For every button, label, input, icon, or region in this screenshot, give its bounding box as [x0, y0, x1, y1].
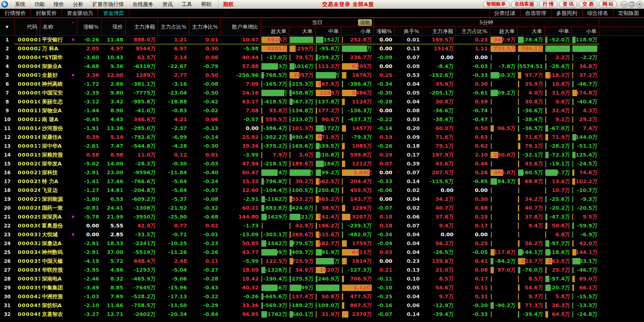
subheader-day-中单[interactable]: 中单	[315, 27, 342, 36]
subheader-day-大单[interactable]: 大单	[289, 27, 315, 36]
tool-item[interactable]: 分类过滤	[489, 9, 520, 17]
table-row[interactable]: 7000009中国宝安-2.399.80-7775万-23.04-0.5024.…	[0, 89, 644, 97]
bar-value: 79.1万	[525, 142, 543, 151]
minimize-button[interactable]: —	[621, 1, 627, 8]
table-row[interactable]: 27000036华联控股-3.954.86-1293万-5.04-0.2718.…	[0, 266, 644, 275]
table-row[interactable]: 9000011深物业A-1.448.90-41.0万-0.83-0.027.08…	[0, 106, 644, 115]
table-row[interactable]: 29000039中集集团-3.498.85-7645万-15.96-0.4340…	[0, 283, 644, 292]
table-row[interactable]: 19000027深圳能源-1.806.53-609.2万-5.37-0.08-2…	[0, 195, 644, 204]
table-row[interactable]: 5000007全新好3.3612.001289万2.770.50-256.96-…	[0, 71, 644, 80]
menu-item[interactable]: 功能	[30, 0, 49, 8]
table-row[interactable]: 16000021深科技-2.9123.00-9596万-11.84-0.4060…	[0, 168, 644, 177]
titlebar-button[interactable]: 智能账单	[483, 1, 509, 8]
table-row[interactable]: 24000032深桑达A-2.9118.33-2341万-10.25-0.235…	[0, 239, 644, 248]
table-row[interactable]: 23000031大悦城0.002.85-33.5万-0.71-0.01-13.0…	[0, 230, 644, 239]
cell-m5-turnover: 0.23	[395, 257, 422, 266]
table-row[interactable]: 10000012南 玻A-0.454.43346.6万4.210.06-0.57…	[0, 115, 644, 124]
cell-m5-large: 40.7万	[518, 204, 545, 213]
table-row[interactable]: 31000045深纺织A-2.1011.66-758.5万-11.50-0.29…	[0, 301, 644, 310]
note-button[interactable]: 说明	[358, 19, 372, 26]
tool-item[interactable]: 多股同列	[551, 9, 582, 17]
bar-value: 1457万	[352, 124, 372, 133]
header-涨幅%[interactable]: 涨幅%	[77, 18, 101, 36]
table-row[interactable]: 8000010美丽生态-3.123.42-985.8万-18.88-0.4263…	[0, 97, 644, 106]
table-row[interactable]: 20000028国药一致-0.8124.41-1308万-21.92-0.326…	[0, 204, 644, 213]
subheader-5min-主力占比%[interactable]: 主力占比%	[456, 27, 490, 36]
value-bar	[342, 152, 344, 158]
header-主力净额[interactable]: 主力净额	[126, 18, 158, 36]
titlebar-button[interactable]: 资 讯	[559, 1, 577, 8]
cell-price: 9.36	[101, 62, 126, 71]
titlebar-button[interactable]: 在线客服	[511, 1, 538, 8]
subheader-5min-小单[interactable]: 小单	[572, 27, 599, 36]
table-row[interactable]: 22000030富奥股份0.005.5542.9万0.770.02-1.7342…	[0, 221, 644, 230]
menu-item[interactable]: 帮助	[197, 0, 216, 8]
header-label: 中单	[315, 28, 341, 35]
table-row[interactable]: 13000017深中华A-2.617.47-544.8万-4.28-0.3039…	[0, 142, 644, 151]
titlebar-button[interactable]: 行 情	[539, 1, 557, 8]
view-tab[interactable]: 资金博弈	[98, 9, 129, 17]
table-row[interactable]: 4000006深振业A-4.689.36-6319万-22.67-0.7957.…	[0, 62, 644, 71]
menu-item-options[interactable]: 期权	[218, 0, 238, 8]
header-代码[interactable]: 代码	[14, 18, 40, 36]
view-tab[interactable]: 封板竞价	[31, 9, 62, 17]
subheader-day-小单[interactable]: 小单	[342, 27, 374, 36]
menu-item[interactable]: 系统	[10, 0, 30, 8]
cell-day-mid: -1184万	[315, 159, 342, 168]
subheader-5min-大单[interactable]: 大单	[518, 27, 545, 36]
subheader-5min-超大单[interactable]: 超大单	[490, 27, 518, 36]
header-主力占比%[interactable]: 主力占比%	[158, 18, 189, 36]
header-主力净比%[interactable]: 主力净比%	[189, 18, 221, 36]
table-row[interactable]: 26000035中国天楹-4.195.72848.4万2.480.11-5.99…	[0, 257, 644, 266]
view-tab[interactable]: 行情报价	[0, 9, 31, 17]
value-bar	[290, 178, 290, 185]
restore-button[interactable]: ❐	[629, 1, 635, 8]
table-row[interactable]: 11000014沙河股份-1.9113.36-285.0万-2.37-0.130…	[0, 124, 644, 133]
table-row[interactable]: 15000020深华发A-5.0214.00-28.3万-0.30-0.0347…	[0, 159, 644, 168]
view-tab[interactable]: 资金驱动力	[62, 9, 98, 17]
subheader-day-超大单[interactable]: 超大单	[261, 27, 289, 36]
subheader-5min-中单[interactable]: 中单	[545, 27, 572, 36]
menu-item[interactable]: 报价	[49, 0, 68, 8]
value-bar	[545, 302, 547, 309]
titlebar-button[interactable]: 交 易	[579, 1, 597, 8]
table-row[interactable]: 2000002万 科A2.054.979544万6.970.30-5.98828…	[0, 44, 644, 53]
table-row[interactable]: 6000008神州高铁-1.722.86-381.1万-3.16-0.087.0…	[0, 80, 644, 89]
menu-item[interactable]: 资讯	[158, 0, 177, 8]
titlebar-button[interactable]: 网 站	[599, 1, 617, 8]
table-row[interactable]: 32000048京基智农-3.2712.71-2402万-20.34-0.849…	[0, 310, 644, 319]
table-row[interactable]: 28000037深南电A-2.468.32-465.9万-9.06-0.2818…	[0, 275, 644, 283]
header-现价[interactable]: 现价	[101, 18, 126, 36]
value-bar	[572, 161, 573, 167]
table-row[interactable]: 17000025特 力A-1.4117.46-766.6万-5.64-0.241…	[0, 177, 644, 186]
table-row[interactable]: 30000042中洲控股-1.037.69-528.2万-17.13-0.22-…	[0, 292, 644, 301]
menu-item[interactable]: 分析	[68, 0, 88, 8]
group-header-5min[interactable]: 5分钟	[374, 18, 599, 27]
table-row[interactable]: 21000029深深房A-5.7821.99-3950万-25.90-0.681…	[0, 213, 644, 221]
menu-item[interactable]: 工具	[177, 0, 197, 8]
menu-item[interactable]: 在线服务	[128, 0, 158, 8]
subheader-5min-主力净额[interactable]: 主力净额	[422, 27, 456, 36]
header-label: 名称	[40, 23, 77, 31]
row-filler	[599, 71, 644, 80]
cell-retail-ratio: 39.34	[221, 142, 261, 151]
tool-item[interactable]: 综合排名	[582, 9, 613, 17]
header-散户单增比[interactable]: 散户单增比	[221, 18, 261, 36]
table-row[interactable]: 12000016深康佳A0.395.14-792.6万-6.99-0.1425.…	[0, 133, 644, 142]
subheader-5min-涨幅%[interactable]: 涨幅%	[374, 27, 395, 36]
tool-item[interactable]: 自选管理	[520, 9, 551, 17]
tool-item[interactable]: 定制版面	[613, 9, 644, 17]
menu-item[interactable]: 扩展市场行情	[88, 0, 128, 8]
header-名称[interactable]: 名称·	[40, 18, 77, 36]
table-row[interactable]: 3000004*ST国华-3.6010.4362.5万2.140.0640.44…	[0, 53, 644, 62]
row-filter-dropdown[interactable]: ▼	[0, 18, 14, 36]
table-row[interactable]: 18000026飞亚达-1.2714.81-204.8万-5.64-0.0712…	[0, 186, 644, 195]
cell-stock-code: 000035	[14, 257, 40, 266]
table-row[interactable]: 25000034神州数码-2.9137.00-5519万-11.26-0.264…	[0, 248, 644, 257]
bar-value: 2057万	[294, 71, 313, 80]
group-header-day[interactable]: 当日说明	[261, 18, 374, 27]
subheader-5min-换手%[interactable]: 换手%	[395, 27, 422, 36]
close-button[interactable]: ✕	[636, 1, 643, 8]
table-row[interactable]: 1000001平安银行-0.2611.48898.0万1.210.0110.47…	[0, 35, 644, 44]
table-row[interactable]: 14000019深粮控股0.586.9811.0万0.120.01-3.997.…	[0, 151, 644, 159]
